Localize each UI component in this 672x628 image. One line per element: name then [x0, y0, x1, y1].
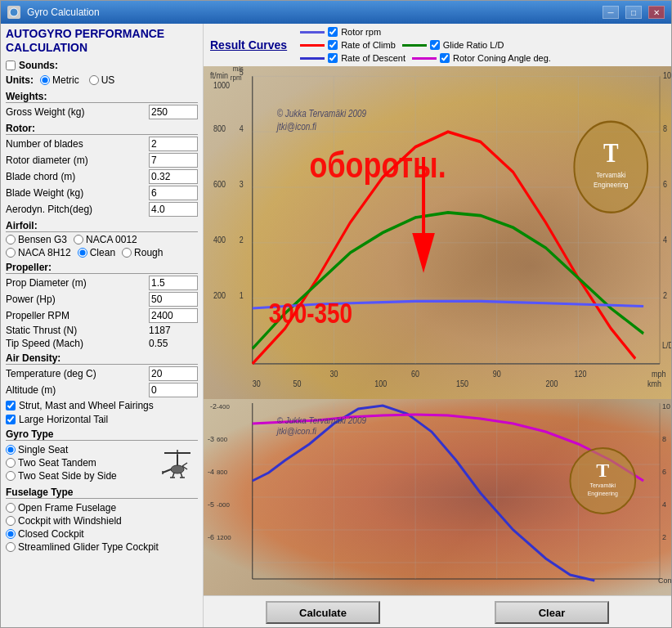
- aerodyn-input[interactable]: [149, 202, 198, 217]
- blades-row: Number of blades: [6, 137, 198, 151]
- tip-speed-value: 0.55: [149, 338, 198, 349]
- svg-text:800: 800: [217, 469, 228, 476]
- svg-text:50: 50: [293, 379, 302, 388]
- two-seat-side-radio[interactable]: [6, 471, 16, 481]
- blade-chord-label: Blade chord (m): [6, 171, 149, 182]
- maximize-button[interactable]: □: [625, 6, 642, 19]
- single-seat-radio[interactable]: [6, 445, 16, 455]
- svg-text:-2: -2: [210, 402, 217, 410]
- closed-cockpit-option[interactable]: Closed Cockpit: [6, 528, 198, 540]
- blade-chord-input[interactable]: [149, 169, 198, 184]
- streamlined-radio[interactable]: [6, 542, 16, 552]
- svg-text:2: 2: [662, 533, 666, 541]
- rotor-coning-checkbox[interactable]: [440, 53, 450, 63]
- svg-text:-6: -6: [208, 533, 214, 541]
- clear-button[interactable]: Clear: [495, 601, 609, 624]
- rate-climb-legend-label: Rate of Climb: [341, 40, 396, 50]
- upper-chart: ft/min 1000 800 600 400 200 5 4 3 2 1 10…: [204, 66, 671, 399]
- gross-weight-input[interactable]: [149, 105, 198, 119]
- close-button[interactable]: ✕: [648, 6, 665, 19]
- us-radio[interactable]: [89, 75, 99, 85]
- svg-point-0: [10, 8, 18, 16]
- rate-descent-checkbox[interactable]: [328, 53, 338, 63]
- rotor-rpm-legend: Rotor rpm: [300, 27, 381, 37]
- svg-text:100: 100: [374, 379, 387, 388]
- sounds-row: Sounds:: [6, 60, 198, 71]
- strut-mast-checkbox-row[interactable]: Strut, Mast and Wheel Fairings: [6, 400, 198, 411]
- power-label: Power (Hp): [6, 294, 149, 305]
- rate-climb-checkbox[interactable]: [328, 40, 338, 50]
- svg-text:300-350: 300-350: [269, 298, 352, 330]
- rough-radio[interactable]: [122, 248, 132, 258]
- naca8h12-option[interactable]: NACA 8H12: [6, 247, 71, 258]
- blades-label: Number of blades: [6, 138, 149, 150]
- streamlined-option[interactable]: Streamlined Glider Type Cockpit: [6, 541, 198, 553]
- clean-radio[interactable]: [78, 248, 87, 258]
- naca0012-radio[interactable]: [74, 235, 83, 244]
- glide-ratio-checkbox[interactable]: [430, 40, 440, 50]
- prop-diameter-input[interactable]: [149, 276, 198, 290]
- clean-option[interactable]: Clean: [78, 247, 115, 258]
- us-option[interactable]: US: [89, 74, 115, 86]
- blade-weight-input[interactable]: [149, 186, 198, 200]
- air-density-header: Air Density:: [6, 352, 198, 365]
- svg-text:90: 90: [493, 369, 501, 379]
- sidebar: AUTOGYRO PERFORMANCE CALCULATION Sounds:…: [1, 24, 204, 628]
- open-frame-radio[interactable]: [6, 503, 16, 513]
- blade-weight-row: Blade Weight (kg): [6, 186, 198, 200]
- altitude-label: Altitude (m): [6, 384, 149, 396]
- large-tail-label: Large Horizontal Tail: [19, 414, 108, 425]
- cockpit-windshield-radio[interactable]: [6, 516, 16, 526]
- us-label: US: [101, 74, 115, 86]
- closed-cockpit-radio[interactable]: [6, 529, 16, 539]
- metric-option[interactable]: Metric: [40, 74, 79, 86]
- temperature-input[interactable]: [149, 366, 198, 381]
- y-axis-ftmin: ft/min: [210, 70, 228, 80]
- blades-input[interactable]: [149, 137, 198, 151]
- svg-text:4: 4: [662, 500, 666, 509]
- static-thrust-row: Static Thrust (N) 1187: [6, 325, 198, 336]
- large-tail-checkbox[interactable]: [6, 415, 16, 424]
- two-seat-tandem-radio[interactable]: [6, 458, 16, 468]
- sounds-checkbox[interactable]: [6, 61, 16, 70]
- large-tail-checkbox-row[interactable]: Large Horizontal Tail: [6, 414, 198, 425]
- svg-text:30: 30: [329, 369, 338, 379]
- single-seat-option[interactable]: Single Seat: [6, 444, 117, 455]
- calculate-button[interactable]: Calculate: [266, 601, 380, 624]
- rotor-rpm-checkbox[interactable]: [328, 27, 338, 37]
- main-window: Gyro Calculation ─ □ ✕ AUTOGYRO PERFORMA…: [0, 0, 672, 628]
- rotor-diameter-label: Rotor diameter (m): [6, 155, 149, 166]
- naca8h12-label: NACA 8H12: [18, 247, 71, 258]
- rough-option[interactable]: Rough: [122, 247, 163, 258]
- altitude-input[interactable]: [149, 383, 198, 397]
- svg-text:Tervamäki: Tervamäki: [596, 170, 625, 179]
- minimize-button[interactable]: ─: [603, 6, 619, 19]
- rotor-diameter-input[interactable]: [149, 153, 198, 168]
- naca8h12-radio[interactable]: [6, 248, 16, 258]
- bensen-radio[interactable]: [6, 235, 16, 244]
- metric-radio[interactable]: [40, 75, 50, 85]
- svg-text:-000: -000: [217, 501, 230, 509]
- two-seat-side-option[interactable]: Two Seat Side by Side: [6, 470, 117, 482]
- power-input[interactable]: [149, 292, 198, 307]
- diameter-row: Rotor diameter (m): [6, 153, 198, 168]
- altitude-row: Altitude (m): [6, 383, 198, 397]
- strut-mast-label: Strut, Mast and Wheel Fairings: [19, 400, 154, 411]
- airfoil-row2: NACA 8H12 Clean Rough: [6, 247, 198, 258]
- svg-text:T: T: [596, 460, 609, 481]
- svg-text:© Jukka Tervamäki 2009: © Jukka Tervamäki 2009: [277, 108, 366, 119]
- rotor-coning-legend-label: Rotor Coning Angle deg.: [453, 53, 551, 63]
- bensen-option[interactable]: Bensen G3: [6, 234, 67, 245]
- cockpit-windshield-option[interactable]: Cockpit with Windshield: [6, 515, 198, 527]
- open-frame-option[interactable]: Open Frame Fuselage: [6, 502, 198, 514]
- svg-text:2: 2: [663, 290, 667, 300]
- naca0012-option[interactable]: NACA 0012: [74, 234, 137, 245]
- strut-mast-checkbox[interactable]: [6, 401, 16, 410]
- svg-text:jtki@icon.fi: jtki@icon.fi: [276, 121, 317, 132]
- svg-text:6: 6: [662, 468, 666, 476]
- two-seat-tandem-option[interactable]: Two Seat Tandem: [6, 457, 117, 469]
- prop-rpm-input[interactable]: [149, 308, 198, 323]
- prop-rpm-label: Propeller RPM: [6, 310, 149, 321]
- upper-chart-svg: ft/min 1000 800 600 400 200 5 4 3 2 1 10…: [204, 66, 671, 399]
- result-header: Result Curves Rotor rpm: [204, 24, 671, 66]
